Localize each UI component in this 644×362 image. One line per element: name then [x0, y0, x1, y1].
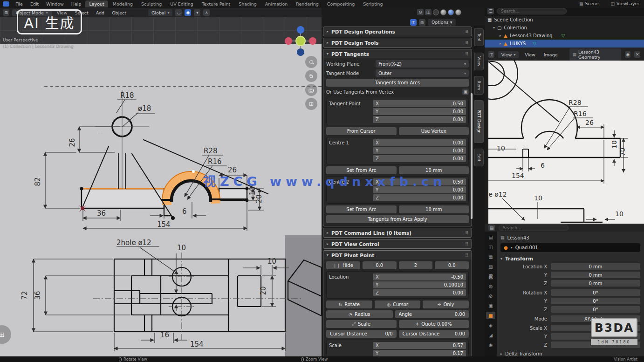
editor-type-icon[interactable]: ⊞	[3, 9, 9, 16]
centre1-z-field[interactable]: Z0.00	[373, 155, 466, 162]
panel-options-icon[interactable]: ⠿	[465, 253, 468, 258]
sidebar-tab-view[interactable]: View	[474, 53, 484, 70]
pivot-alpha-field[interactable]: 0.0	[435, 261, 469, 269]
zoom-button[interactable]	[305, 56, 317, 68]
tab-modifiers-icon[interactable]: ◈	[486, 321, 495, 329]
outliner-search-input[interactable]	[497, 8, 567, 14]
xray-toggle-icon[interactable]: ◫	[410, 19, 417, 26]
tab-output-icon[interactable]: ▦	[486, 253, 495, 260]
shading-rendered-icon[interactable]	[455, 9, 461, 15]
menu-file[interactable]: File	[12, 1, 26, 7]
working-plane-dropdown[interactable]: Front(X-Z) ▾	[376, 60, 469, 68]
tangent-point-x-field[interactable]: X0.50	[373, 100, 466, 107]
snap-target-icon[interactable]: ▾	[194, 9, 200, 16]
shading-wireframe-icon[interactable]	[433, 9, 439, 15]
shading-solid-icon[interactable]	[440, 9, 446, 15]
scene-selector[interactable]: ▦ Scene	[579, 1, 598, 6]
workspace-tab-sculpting[interactable]: Sculpting	[137, 0, 165, 7]
annotate-icon[interactable]: ∧	[203, 9, 210, 16]
image-datablock-selector[interactable]: ▦ Lesson43 Geometry	[569, 48, 621, 61]
tab-physics-icon[interactable]: ◢	[486, 331, 495, 339]
panel-options-icon[interactable]: ⠿	[465, 231, 468, 235]
gizmo-axis-y[interactable]	[296, 36, 305, 46]
active-object-bar[interactable]: ● ▾ Quad.001	[500, 243, 640, 252]
pivot-scale-y-field[interactable]: Y0.17	[373, 350, 466, 357]
panel-options-icon[interactable]: ⠿	[465, 29, 468, 34]
tab-constraints-icon[interactable]: ⊘	[486, 292, 495, 300]
orientation-gizmo[interactable]	[282, 22, 321, 60]
tangent-point-z-field[interactable]: Z0.00	[373, 116, 466, 123]
ortho-toggle-button[interactable]: ⊞	[305, 98, 317, 110]
camera-view-button[interactable]	[305, 84, 317, 96]
overlay-toggle-icon[interactable]: ◍	[419, 19, 425, 26]
overlays-icon[interactable]: ◫	[425, 9, 432, 15]
pivot-radius-button[interactable]: ◔Radius	[326, 310, 393, 318]
sidebar-tab-edit[interactable]: Edit	[474, 149, 484, 166]
sidebar-tab-pdt-design[interactable]: PDT Design	[474, 100, 484, 143]
set-from-arc-button-2[interactable]: Set From Arc	[326, 205, 397, 213]
tangent-mode-dropdown[interactable]: Outer ▾	[376, 69, 469, 77]
centre1-x-field[interactable]: X0.00	[373, 139, 466, 146]
workspace-tab-rendering[interactable]: Rendering	[292, 0, 322, 7]
location-z-field[interactable]: 0 mm	[551, 280, 640, 287]
use-vertex-button[interactable]: Use Vertex	[399, 127, 469, 135]
pivot-location-y-field[interactable]: Y0.10010	[373, 281, 466, 288]
section-pdt-view-control[interactable]: ▸ PDT View Control ⠿	[323, 239, 472, 249]
pivot-size-field[interactable]: 0.0	[363, 261, 397, 269]
proportional-edit-icon[interactable]: ◉	[185, 9, 191, 16]
show-gizmo-icon[interactable]: ⊙	[417, 9, 424, 15]
editor-type-icon[interactable]: ▤	[488, 225, 495, 231]
move-view-button[interactable]	[305, 70, 317, 82]
cursor-distance-field-2[interactable]: Cursor Distance0.00	[399, 330, 469, 338]
pivot-location-z-field[interactable]: Z0.00	[373, 289, 466, 296]
tab-data-icon[interactable]: ▣	[486, 302, 495, 309]
section-pdt-design-operations[interactable]: ▸ PDT Design Operations ⠿	[323, 27, 472, 36]
snap-magnet-icon[interactable]: ◡	[175, 9, 182, 16]
workspace-tab-animation[interactable]: Animation	[261, 0, 291, 7]
unlink-icon[interactable]: ✕	[634, 51, 640, 58]
workspace-tab-modeling[interactable]: Modeling	[109, 0, 137, 7]
pivot-only-button[interactable]: ✛Only	[423, 301, 469, 308]
pivot-rotate-button[interactable]: ↻Rotate	[326, 301, 372, 308]
workspace-tab-compositing[interactable]: Compositing	[323, 0, 359, 7]
editor-type-icon[interactable]: ◫	[488, 51, 494, 58]
outliner-row-object1[interactable]: ▸ ▲ Lesson43 Drawing ▽	[485, 32, 644, 40]
shading-material-icon[interactable]	[448, 9, 454, 15]
workspace-tab-scripting[interactable]: Scripting	[359, 0, 386, 7]
sidebar-tab-tool[interactable]: Tool	[474, 28, 484, 46]
section-pdt-command-line[interactable]: ▸ PDT Command Line (0 Items) ⠿	[323, 228, 472, 238]
cursor-distance-field-1[interactable]: Cursor Distance0/0	[326, 330, 397, 338]
outliner-row-object2-selected[interactable]: ▸ ▲ LIUKYS ▽	[485, 40, 644, 48]
orientation-dropdown[interactable]: Global ▾	[148, 9, 172, 16]
workspace-tab-texture[interactable]: Texture Paint	[198, 0, 234, 7]
panel-options-icon[interactable]: ⠿	[465, 242, 468, 246]
expand-icon[interactable]: ▸	[500, 34, 501, 38]
outliner-row-scene-collection[interactable]: ▦ Scene Collection	[485, 16, 644, 24]
options-dropdown[interactable]: Options ▾	[428, 19, 456, 26]
tab-object-icon[interactable]: ■	[486, 312, 495, 319]
pivot-quote-button[interactable]: ↟Quote 0.00%	[399, 320, 469, 328]
pivot-scale-button[interactable]: ⤢Scale	[326, 320, 397, 328]
pivot-hide-button[interactable]: ❘❘Hide	[326, 261, 360, 269]
tab-viewlayer-icon[interactable]: ▧	[486, 263, 495, 270]
gizmo-axis-x-neg[interactable]	[285, 37, 292, 45]
menu-help[interactable]: Help	[68, 1, 85, 7]
menu-add[interactable]: Add	[94, 10, 107, 16]
centre1-y-field[interactable]: Y0.00	[373, 147, 466, 154]
tab-scene-icon[interactable]: ◙	[486, 273, 495, 280]
app-logo-icon[interactable]	[3, 1, 9, 7]
pivot-angle-field[interactable]: Angle0.00	[395, 310, 469, 318]
sidebar-tab-item[interactable]: Item	[474, 76, 484, 95]
menu-object[interactable]: Object	[110, 10, 129, 16]
outliner-filter-icon[interactable]: ☰	[487, 8, 494, 14]
transform-section-header[interactable]: ▾ Transform	[500, 254, 640, 263]
tab-world-icon[interactable]: ◍	[486, 282, 495, 290]
gizmo-axis-z-pos[interactable]	[297, 26, 304, 34]
menu-view[interactable]: View	[522, 52, 538, 58]
expand-icon[interactable]: ▾	[493, 26, 495, 30]
tab-material-icon[interactable]: ◉	[486, 341, 495, 348]
gizmo-axis-x-pos[interactable]	[309, 37, 316, 45]
menu-edit[interactable]: Edit	[27, 1, 42, 7]
gizmo-axis-z-neg[interactable]	[297, 48, 304, 56]
location-x-field[interactable]: 0 mm	[551, 263, 640, 270]
